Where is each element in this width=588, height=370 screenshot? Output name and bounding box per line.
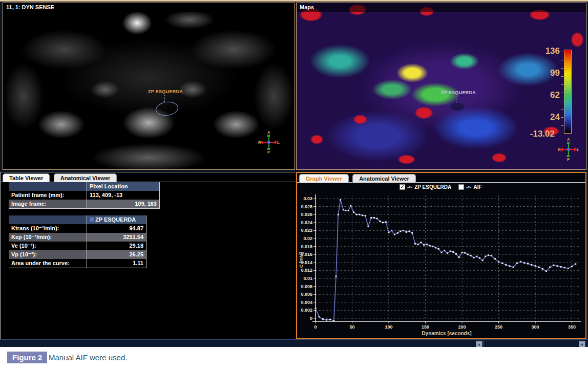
svg-text:0.01: 0.01 <box>303 276 312 281</box>
row-label: Vp (10⁻³): <box>9 250 87 259</box>
concentration-chart: 00.0020.0040.0060.0080.010.0120.0140.016… <box>298 190 584 337</box>
row-value: 29.18 <box>87 242 146 250</box>
legend-item-zp-esquerda: -•- ZP ESQUERDA <box>400 184 451 190</box>
maps-viewport[interactable]: Maps ZP ESQUERDA 136 99 62 24 -13.02 A P… <box>296 3 586 170</box>
colorbar-label: 62 <box>529 90 560 100</box>
orientation-anterior: A <box>567 137 570 142</box>
svg-text:0.03: 0.03 <box>303 196 312 201</box>
svg-text:100: 100 <box>385 324 393 330</box>
compass-axis-icon <box>267 148 270 150</box>
roi-stats-header-label: ZP ESQUERDA <box>95 216 136 223</box>
graph-viewer-panel: Graph Viewer Anatomical Viewer -•- ZP ES… <box>296 172 586 339</box>
row-label: Patient frame (mm): <box>9 191 87 200</box>
roi-ellipse[interactable] <box>450 102 465 111</box>
compass-center-icon <box>267 141 270 144</box>
colorbar-label: 136 <box>529 46 560 56</box>
svg-text:0.02: 0.02 <box>303 236 312 241</box>
row-label: Image frame: <box>9 200 87 208</box>
series-checkbox[interactable] <box>400 184 405 190</box>
row-label: Kep (10⁻³/min): <box>9 233 87 242</box>
colorbar <box>564 50 572 134</box>
tab-graph-viewer[interactable]: Graph Viewer <box>299 174 349 183</box>
roi-annotation-label: ZP ESQUERDA <box>148 89 183 94</box>
svg-text:0.012: 0.012 <box>301 268 312 273</box>
colorbar-label: 24 <box>529 112 560 122</box>
pixel-location-header: Pixel Location <box>87 182 159 191</box>
svg-text:0.004: 0.004 <box>301 300 312 305</box>
pixel-location-table: Pixel Location Patient frame (mm): 113, … <box>9 182 160 209</box>
svg-text:0.022: 0.022 <box>301 228 312 233</box>
row-value: 113, 409, -13 <box>87 191 159 200</box>
colorbar-ticks <box>561 52 563 132</box>
colorbar-label: 99 <box>529 68 560 78</box>
row-label: Ve (10⁻³): <box>9 242 87 250</box>
mri-grayscale-image <box>3 3 295 169</box>
figure-caption: Figure 2 Manual AIF were used. <box>0 347 588 370</box>
figure-caption-text: Manual AIF were used. <box>49 353 127 362</box>
legend-label: AIF <box>473 184 481 190</box>
compass-axis-icon <box>567 155 570 157</box>
orientation-anterior: A <box>267 130 270 135</box>
svg-text:0: 0 <box>310 316 312 321</box>
roi-stats-table: ZP ESQUERDA Ktrans (10⁻³/min): 94.87 Kep… <box>9 215 146 268</box>
figure-number-badge: Figure 2 <box>7 352 47 363</box>
svg-text:200: 200 <box>458 324 466 330</box>
orientation-posterior: P <box>567 157 570 162</box>
row-value: 1.11 <box>87 259 146 268</box>
series-marker-icon: -•- <box>466 184 471 190</box>
compass-arrow-icon <box>275 140 278 144</box>
svg-text:300: 300 <box>532 324 539 330</box>
svg-text:350: 350 <box>568 324 576 330</box>
orientation-compass-icon: A P R L <box>558 137 579 162</box>
app-window: 11, 1: DYN SENSE ZP ESQUERDA A P R L Map… <box>0 0 588 347</box>
table-header-cell <box>9 182 87 191</box>
table-panel-tabstrip: Table Viewer Anatomical Viewer <box>1 172 296 182</box>
compass-arrow-icon <box>574 147 577 151</box>
table-header-cell <box>9 215 87 224</box>
svg-text:0.024: 0.024 <box>301 220 312 225</box>
svg-text:0.028: 0.028 <box>301 204 312 209</box>
parametric-map-image <box>297 3 586 169</box>
series-checkbox[interactable] <box>458 184 464 190</box>
roi-stats-header: ZP ESQUERDA <box>87 215 146 224</box>
svg-text:0.006: 0.006 <box>301 292 312 297</box>
orientation-posterior: P <box>267 150 270 155</box>
svg-text:0.008: 0.008 <box>301 284 312 289</box>
orientation-compass-icon: A P R L <box>258 130 280 155</box>
chart-legend: -•- ZP ESQUERDA -•- AIF <box>400 184 482 190</box>
svg-text:150: 150 <box>422 324 429 330</box>
svg-text:Dynamics [seconds]: Dynamics [seconds] <box>422 331 471 336</box>
svg-text:0.002: 0.002 <box>301 308 312 313</box>
row-value: 26.25 <box>87 250 146 259</box>
tab-table-viewer[interactable]: Table Viewer <box>3 173 50 182</box>
row-value: 3251.54 <box>87 233 146 242</box>
series-marker-icon: -•- <box>407 184 412 190</box>
roi-annotation-label: ZP ESQUERDA <box>441 90 476 95</box>
roi-leader-line <box>164 95 165 102</box>
svg-text:50: 50 <box>350 324 355 330</box>
dyn-panel-title: 11, 1: DYN SENSE <box>3 3 295 12</box>
row-label: Ktrans (10⁻³/min): <box>9 224 87 233</box>
legend-label: ZP ESQUERDA <box>414 184 451 190</box>
tab-anatomical-viewer[interactable]: Anatomical Viewer <box>352 174 416 183</box>
colorbar-label: -13.02 <box>524 129 555 139</box>
table-viewer-panel: Table Viewer Anatomical Viewer Pixel Loc… <box>0 172 296 339</box>
row-value: 94.87 <box>87 224 146 233</box>
svg-text:250: 250 <box>495 324 502 330</box>
row-value: 109, 163 <box>87 200 159 208</box>
graph-panel-tabstrip: Graph Viewer Anatomical Viewer <box>297 173 585 183</box>
maps-panel-title: Maps <box>297 3 586 12</box>
svg-text:0: 0 <box>314 324 317 330</box>
svg-text:C [mM]: C [mM] <box>299 252 304 268</box>
roi-color-swatch-icon <box>90 217 94 222</box>
roi-leader-line <box>456 96 457 103</box>
svg-text:0.018: 0.018 <box>301 244 312 249</box>
row-label: Area under the curve: <box>9 259 87 268</box>
tab-anatomical-viewer[interactable]: Anatomical Viewer <box>54 173 117 182</box>
dyn-sense-viewport[interactable]: 11, 1: DYN SENSE ZP ESQUERDA A P R L <box>3 3 295 170</box>
svg-text:0.026: 0.026 <box>301 212 312 217</box>
compass-center-icon <box>567 148 570 151</box>
legend-item-aif: -•- AIF <box>458 184 481 190</box>
